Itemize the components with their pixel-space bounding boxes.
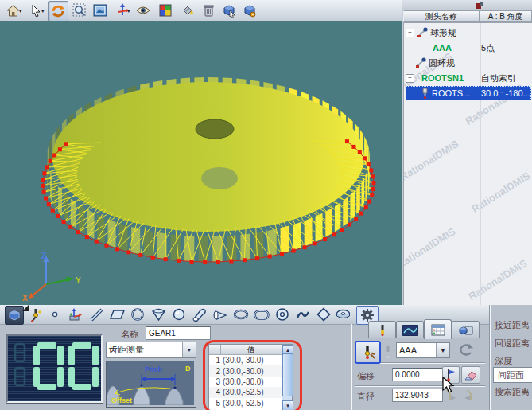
pick-solid-button[interactable] — [219, 1, 239, 20]
feature-cone-fan-button[interactable] — [150, 306, 167, 323]
scrollbar-thumb[interactable] — [282, 353, 293, 396]
direction-b-icon[interactable] — [462, 389, 476, 402]
tree-row-rootsn1[interactable]: − ROOTSN1 自动索引 — [404, 71, 532, 85]
feature-name-input[interactable] — [146, 326, 211, 340]
torus-icon — [275, 307, 289, 322]
tab-scan[interactable] — [396, 321, 424, 338]
dropdown-arrow-icon[interactable]: ▼ — [182, 342, 196, 357]
delete-button[interactable] — [199, 1, 218, 20]
tab-measure-table[interactable] — [424, 319, 452, 339]
fit-view-icon — [93, 4, 107, 17]
rotate-icon — [51, 4, 65, 18]
feature-point-button[interactable] — [46, 306, 64, 323]
feature-circle-button[interactable] — [129, 306, 146, 323]
collapse-icon[interactable]: − — [406, 74, 414, 83]
render-settings-button[interactable] — [178, 1, 197, 20]
trash-icon — [204, 4, 214, 17]
feature-coordsys-button[interactable] — [67, 306, 84, 323]
disc-icon — [336, 309, 351, 320]
feature-line-button[interactable] — [87, 306, 105, 323]
feature-disc-button[interactable] — [334, 306, 351, 323]
feature-ellipse-button[interactable] — [232, 306, 250, 323]
fan-icon — [151, 308, 166, 321]
value-row[interactable]: 4(30.0,-52.5) — [209, 387, 292, 397]
collapse-icon[interactable]: − — [406, 29, 414, 37]
scan-tab-icon — [402, 325, 418, 336]
diameter-input[interactable] — [392, 389, 443, 402]
color-settings-button[interactable] — [156, 1, 175, 20]
feature-slot-button[interactable] — [253, 306, 270, 323]
pick-solid-icon — [222, 4, 236, 18]
value-row[interactable]: 5(30.0,-52.5) — [209, 398, 292, 408]
probe-panel: 测头名称 A : B 角度 RationalDMIS RationalDMIS … — [402, 0, 532, 305]
feature-square-button[interactable] — [315, 306, 332, 323]
fit-view-button[interactable] — [91, 1, 110, 20]
diamond-icon — [316, 307, 331, 322]
slot-icon — [254, 310, 270, 320]
feature-cylinder-button[interactable] — [191, 306, 208, 323]
parameter-column: 接近距离 回退距离 深度 间距面 搜索距离 — [491, 305, 532, 410]
solid-settings-button[interactable] — [240, 1, 259, 20]
apply-offset-button[interactable] — [442, 366, 460, 384]
direction-a-icon[interactable] — [443, 389, 457, 402]
value-row[interactable]: 3(30.0,-30.0) — [209, 377, 292, 387]
value-row[interactable]: 1(30.0,-30.0) — [209, 355, 292, 365]
retract-distance-label: 回退距离 — [495, 338, 530, 349]
solid-gear-icon — [243, 4, 257, 18]
tab-probe[interactable] — [368, 321, 396, 338]
tree-row-sphere-gauge[interactable]: − 球形规 — [404, 25, 532, 40]
zoom-region-button[interactable] — [70, 1, 89, 20]
home-icon — [6, 5, 20, 17]
column-header-ab-angle[interactable]: A : B 角度 — [480, 10, 532, 22]
probe-tab-icon — [377, 324, 388, 336]
probe-toggle-button[interactable] — [355, 341, 381, 364]
search-distance-label: 搜索距离 — [495, 386, 530, 398]
cone-icon — [213, 308, 227, 321]
point-counter-display — [6, 334, 103, 403]
rotate-view-button[interactable] — [48, 1, 68, 21]
paint-bucket-icon — [181, 4, 195, 17]
cursor-icon — [31, 4, 41, 17]
measure-mode-select[interactable]: 齿距测量 ▼ — [106, 342, 196, 358]
feature-torus-button[interactable] — [274, 306, 291, 323]
scroll-down-icon[interactable]: ▼ — [282, 400, 293, 410]
select-caret-icon[interactable]: ▾ — [41, 8, 45, 14]
palette-icon — [159, 4, 172, 17]
tab-solid-view[interactable] — [452, 321, 480, 338]
feature-sphere-button[interactable] — [170, 306, 188, 323]
value-column-header[interactable]: 值 — [221, 345, 282, 355]
feature-cone-button[interactable] — [212, 306, 229, 323]
spacing-face-box[interactable]: 间距面 — [493, 367, 532, 383]
clear-button[interactable] — [461, 366, 480, 384]
home-caret-icon[interactable]: ▾ — [19, 8, 22, 14]
point-icon — [52, 311, 58, 318]
reset-probe-icon[interactable] — [458, 342, 476, 357]
value-row[interactable]: 2(30.0,-30.0) — [209, 365, 292, 376]
tree-row-ring-gauge[interactable]: 圆环规 — [404, 56, 532, 70]
offset-label: Offset — [111, 396, 132, 404]
x-axis-label: X — [22, 294, 28, 302]
coordsys-icon — [68, 307, 83, 322]
visibility-button[interactable] — [134, 1, 153, 20]
axes-caret-icon[interactable]: ▾ — [127, 8, 130, 14]
value-list[interactable]: 值 1(30.0,-30.0) 2(30.0,-30.0) 3(30.0,-30… — [208, 344, 293, 410]
value-list-scrollbar[interactable]: ▲ ▼ — [282, 345, 292, 410]
probe-small-icon[interactable] — [382, 345, 394, 359]
offset-input[interactable] — [392, 368, 443, 381]
viewport-3d[interactable]: Z Y X — [0, 21, 402, 305]
row-number-header[interactable] — [209, 345, 221, 355]
probe-position-button[interactable] — [27, 306, 45, 323]
pitch-label: Pitch — [145, 365, 162, 373]
view-mode-button[interactable] — [5, 306, 24, 325]
column-header-probe-name[interactable]: 测头名称 — [403, 10, 480, 22]
tree-row-aaa[interactable]: AAA 5点 — [404, 41, 532, 55]
dropdown-arrow-icon[interactable]: ▼ — [436, 343, 449, 357]
probe-machine-icon — [29, 307, 43, 322]
probe-select[interactable]: AAA ▼ — [396, 342, 450, 358]
feature-plane-button[interactable] — [108, 306, 126, 323]
probe-icon — [420, 88, 430, 99]
name-label: 名称 — [121, 329, 138, 341]
tree-row-roots-selected[interactable]: ROOTS... 30.0 : -180... — [406, 86, 531, 100]
feature-curve-button[interactable] — [294, 306, 312, 323]
divider — [355, 385, 485, 387]
